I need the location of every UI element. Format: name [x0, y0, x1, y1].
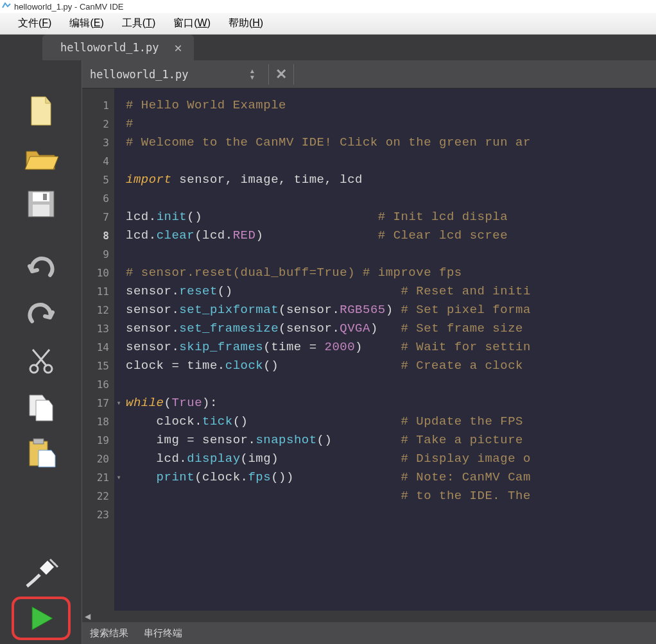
connect-button[interactable] [21, 555, 62, 591]
new-file-icon [28, 96, 55, 128]
menubar: 文件(F) 编辑(E) 工具(T) 窗口(W) 帮助(H) [0, 13, 656, 35]
code-line[interactable]: lcd.init() # Init lcd displa [126, 208, 656, 226]
copy-icon [26, 391, 56, 422]
svg-rect-1 [33, 192, 49, 201]
code-line[interactable]: # to the IDE. The [126, 487, 656, 505]
fold-marker-icon[interactable]: ▾ [114, 394, 123, 412]
undo-icon [24, 256, 58, 280]
file-dropdown-arrows-icon[interactable]: ▲▼ [249, 68, 262, 81]
code-line[interactable]: # Hello World Example [126, 96, 656, 115]
tab-serial-terminal[interactable]: 串行终端 [144, 627, 182, 640]
svg-rect-3 [43, 194, 47, 200]
menu-tools[interactable]: 工具(T) [113, 14, 164, 33]
tab-label: helloworld_1.py [60, 41, 159, 54]
copy-button[interactable] [21, 389, 62, 425]
menu-edit[interactable]: 编辑(E) [60, 14, 112, 33]
fold-marker-icon[interactable]: ▾ [114, 468, 123, 487]
line-number: 20 [82, 450, 109, 468]
svg-point-4 [30, 365, 38, 373]
code-line[interactable]: clock.tick() # Update the FPS [126, 412, 656, 431]
svg-rect-7 [33, 439, 44, 444]
fold-column[interactable]: ▾▾ [114, 89, 123, 611]
line-number: 6 [82, 189, 109, 208]
redo-icon [24, 302, 58, 326]
line-number: 15 [82, 357, 109, 375]
code-line[interactable] [126, 152, 656, 171]
code-line[interactable]: while(True): [126, 394, 656, 412]
connect-plug-icon [23, 555, 59, 591]
svg-rect-2 [33, 205, 49, 216]
paste-icon [26, 437, 56, 468]
file-dropdown[interactable]: helloworld_1.py [87, 68, 249, 81]
menu-window[interactable]: 窗口(W) [164, 14, 220, 33]
document-tab-bar: helloworld_1.py ✕ [0, 35, 656, 60]
file-selector-bar: helloworld_1.py ▲▼ ✕ [82, 60, 656, 89]
code-editor[interactable]: 1234567891011121314151617181920212223 ▾▾… [82, 89, 656, 611]
scroll-left-icon[interactable]: ◀ [85, 612, 91, 621]
menu-file[interactable]: 文件(F) [9, 14, 60, 33]
document-tab[interactable]: helloworld_1.py ✕ [42, 35, 194, 60]
divider [268, 64, 269, 85]
undo-button[interactable] [21, 250, 62, 286]
code-line[interactable]: lcd.display(img) # Display image o [126, 450, 656, 468]
run-play-icon [27, 604, 55, 632]
code-line[interactable]: sensor.set_pixformat(sensor.RGB565) # Se… [126, 301, 656, 319]
titlebar: helloworld_1.py - CanMV IDE [0, 0, 656, 13]
code-line[interactable]: # Welcome to the CanMV IDE! Click on the… [126, 133, 656, 152]
horizontal-scrollbar[interactable]: ◀ [82, 611, 656, 622]
tab-close-icon[interactable]: ✕ [175, 40, 182, 55]
run-button-highlight [12, 597, 71, 640]
code-line[interactable]: import sensor, image, time, lcd [126, 171, 656, 189]
code-line[interactable]: # sensor.reset(dual_buff=True) # improve… [126, 264, 656, 282]
line-number: 12 [82, 301, 109, 319]
menu-help[interactable]: 帮助(H) [220, 14, 272, 33]
line-number: 21 [82, 468, 109, 487]
line-number: 4 [82, 152, 109, 171]
code-line[interactable]: lcd.clear(lcd.RED) # Clear lcd scree [126, 226, 656, 245]
code-line[interactable]: img = sensor.snapshot() # Take a picture [126, 431, 656, 450]
line-number: 13 [82, 319, 109, 338]
code-line[interactable]: sensor.reset() # Reset and initi [126, 282, 656, 301]
code-line[interactable]: print(clock.fps()) # Note: CanMV Cam [126, 468, 656, 487]
line-number: 3 [82, 133, 109, 152]
code-line[interactable]: sensor.skip_frames(time = 2000) # Wait f… [126, 338, 656, 357]
redo-button[interactable] [21, 296, 62, 332]
line-number: 2 [82, 115, 109, 133]
run-button[interactable] [21, 602, 62, 635]
line-number: 11 [82, 282, 109, 301]
line-number: 8 [82, 226, 109, 245]
line-number: 1 [82, 96, 109, 115]
code-line[interactable] [126, 505, 656, 524]
sidebar-toolbar [0, 60, 82, 644]
cut-icon [26, 346, 56, 375]
open-file-button[interactable] [21, 140, 62, 176]
save-icon [26, 189, 56, 219]
line-number: 23 [82, 505, 109, 524]
save-button[interactable] [21, 186, 62, 222]
tab-search-results[interactable]: 搜索结果 [90, 627, 128, 640]
code-line[interactable]: sensor.set_framesize(sensor.QVGA) # Set … [126, 319, 656, 338]
line-number: 19 [82, 431, 109, 450]
bottom-panel-tabs: 搜索结果 串行终端 [82, 622, 656, 644]
code-line[interactable] [126, 375, 656, 394]
code-line[interactable] [126, 189, 656, 208]
line-number: 22 [82, 487, 109, 505]
new-file-button[interactable] [21, 94, 62, 130]
line-number-gutter: 1234567891011121314151617181920212223 [82, 89, 114, 611]
line-number: 7 [82, 208, 109, 226]
line-number: 17 [82, 394, 109, 412]
window-title: helloworld_1.py - CanMV IDE [14, 2, 124, 12]
svg-point-5 [44, 365, 52, 373]
code-line[interactable]: clock = time.clock() # Create a clock [126, 357, 656, 375]
file-close-icon[interactable]: ✕ [275, 66, 287, 83]
line-number: 9 [82, 245, 109, 264]
paste-button[interactable] [21, 435, 62, 471]
svg-line-9 [54, 563, 58, 567]
code-content[interactable]: # Hello World Example## Welcome to the C… [123, 89, 656, 611]
line-number: 5 [82, 171, 109, 189]
cut-button[interactable] [21, 343, 62, 378]
app-logo-icon [1, 1, 12, 12]
code-line[interactable]: # [126, 115, 656, 133]
open-folder-icon [24, 144, 58, 172]
code-line[interactable] [126, 245, 656, 264]
